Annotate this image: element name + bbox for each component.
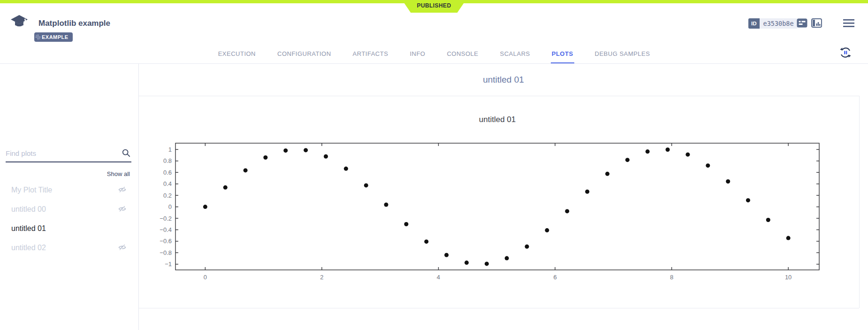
tab-configuration[interactable]: CONFIGURATION xyxy=(276,50,332,63)
svg-text:untitled 01: untitled 01 xyxy=(479,115,516,124)
eye-off-icon[interactable] xyxy=(118,186,126,193)
main-divider xyxy=(139,96,859,96)
svg-text:10: 10 xyxy=(785,274,792,281)
search-icon[interactable] xyxy=(122,149,130,159)
tab-debug-samples[interactable]: DEBUG SAMPLES xyxy=(594,50,651,63)
search-input[interactable] xyxy=(6,147,131,162)
svg-text:0.4: 0.4 xyxy=(163,180,172,187)
experiment-id-chip[interactable]: ID e3530b8e xyxy=(748,18,798,29)
plot-card-right-border xyxy=(859,96,860,308)
search-wrap xyxy=(6,147,131,162)
svg-text:2: 2 xyxy=(320,274,323,281)
svg-text:8: 8 xyxy=(670,274,673,281)
experiment-title: Matplotlib example xyxy=(38,19,110,28)
plot-item-label: My Plot Title xyxy=(11,186,52,194)
svg-text:0.6: 0.6 xyxy=(163,169,172,176)
published-label: PUBLISHED xyxy=(417,2,451,9)
panel-chart-icon[interactable] xyxy=(811,18,822,30)
plot-figure[interactable]: untitled 010246810−1−0.8−0.6−0.4−0.200.2… xyxy=(141,108,845,286)
id-label: ID xyxy=(748,18,760,29)
example-badge-label: EXAMPLE xyxy=(42,34,69,40)
svg-text:0.2: 0.2 xyxy=(163,192,172,199)
plot-list-item[interactable]: untitled 00 xyxy=(0,200,138,219)
gear-icon xyxy=(35,34,41,40)
svg-text:4: 4 xyxy=(437,274,440,281)
svg-text:−0.6: −0.6 xyxy=(160,238,172,245)
svg-text:−0.4: −0.4 xyxy=(160,226,172,233)
tab-plots[interactable]: PLOTS xyxy=(551,50,574,63)
svg-text:0: 0 xyxy=(204,274,207,281)
show-all-link[interactable]: Show all xyxy=(107,170,130,177)
app-logo-icon xyxy=(10,15,28,31)
auto-refresh-toggle-icon[interactable] xyxy=(839,46,852,59)
hamburger-menu-icon[interactable] xyxy=(843,19,854,29)
details-view-icon[interactable] xyxy=(797,18,807,30)
svg-text:0.8: 0.8 xyxy=(163,157,172,164)
example-badge: EXAMPLE xyxy=(34,32,73,42)
published-ribbon: PUBLISHED xyxy=(402,0,466,13)
eye-off-icon[interactable] xyxy=(118,205,126,213)
plot-list: My Plot Titleuntitled 00untitled 01untit… xyxy=(0,180,138,257)
plots-sidebar: Show all My Plot Titleuntitled 00untitle… xyxy=(0,64,139,330)
svg-text:0: 0 xyxy=(168,203,172,210)
plot-list-item[interactable]: untitled 01 xyxy=(0,219,138,238)
plot-item-label: untitled 02 xyxy=(11,244,46,252)
plot-list-item[interactable]: untitled 02 xyxy=(0,238,138,257)
tab-scalars[interactable]: SCALARS xyxy=(499,50,531,63)
tab-console[interactable]: CONSOLE xyxy=(446,50,479,63)
tab-info[interactable]: INFO xyxy=(409,50,426,63)
plot-card-bottom-border xyxy=(139,308,859,308)
section-title: untitled 01 xyxy=(139,75,868,85)
svg-text:−0.2: −0.2 xyxy=(160,215,172,222)
plot-item-label: untitled 00 xyxy=(11,205,46,214)
tab-execution[interactable]: EXECUTION xyxy=(217,50,257,63)
plot-item-label: untitled 01 xyxy=(11,224,46,233)
id-value: e3530b8e xyxy=(760,18,798,29)
svg-text:1: 1 xyxy=(168,146,172,153)
svg-text:−0.8: −0.8 xyxy=(160,249,172,256)
page: PUBLISHED Matplotlib example EXAMPLE ID … xyxy=(0,0,868,330)
plot-list-item[interactable]: My Plot Title xyxy=(0,180,138,200)
svg-text:6: 6 xyxy=(553,274,556,281)
tab-artifacts[interactable]: ARTIFACTS xyxy=(352,50,389,63)
svg-text:−1: −1 xyxy=(165,261,172,268)
eye-off-icon[interactable] xyxy=(118,244,126,251)
